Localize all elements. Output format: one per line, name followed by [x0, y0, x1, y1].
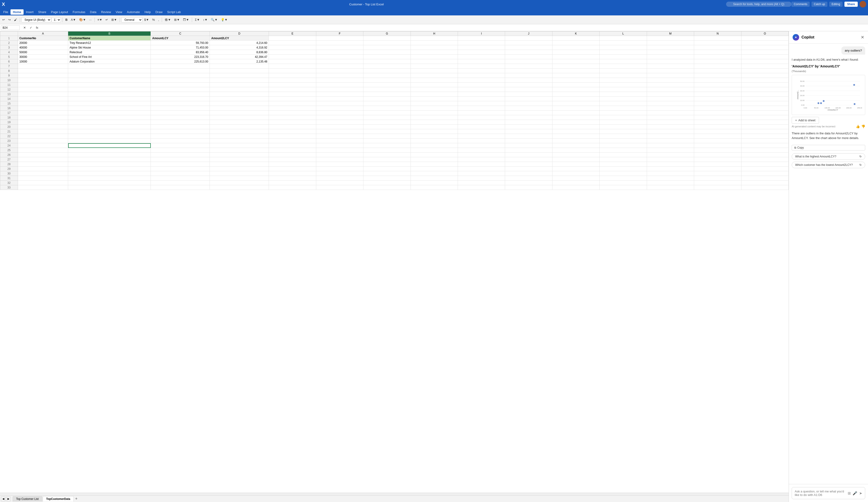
- empty-cell[interactable]: [552, 129, 599, 134]
- empty-cell[interactable]: [647, 96, 694, 101]
- empty-cell[interactable]: [210, 106, 269, 111]
- empty-cell[interactable]: [151, 125, 210, 129]
- empty-cell[interactable]: [647, 171, 694, 176]
- empty-cell[interactable]: [458, 129, 505, 134]
- empty-cell[interactable]: [552, 180, 599, 185]
- cell-empty[interactable]: [458, 36, 505, 41]
- empty-cell[interactable]: [552, 125, 599, 129]
- cell-empty[interactable]: [600, 50, 647, 55]
- empty-cell[interactable]: [68, 78, 151, 83]
- empty-cell[interactable]: [18, 153, 68, 157]
- empty-cell[interactable]: [151, 138, 210, 143]
- sort-button[interactable]: ↕▼: [202, 17, 209, 22]
- cell-empty[interactable]: [741, 45, 789, 50]
- sheet-nav-prev2[interactable]: ▶: [6, 496, 11, 501]
- empty-cell[interactable]: [458, 148, 505, 153]
- empty-cell[interactable]: [552, 64, 599, 69]
- empty-cell[interactable]: [741, 96, 789, 101]
- empty-cell[interactable]: [151, 157, 210, 162]
- empty-cell[interactable]: [210, 92, 269, 96]
- empty-cell[interactable]: [210, 96, 269, 101]
- cell-empty[interactable]: [647, 45, 694, 50]
- empty-cell[interactable]: [151, 148, 210, 153]
- cell-c5[interactable]: 223,316.70: [151, 55, 210, 59]
- cell-empty[interactable]: [458, 41, 505, 45]
- empty-cell[interactable]: [741, 92, 789, 96]
- empty-cell[interactable]: [316, 69, 363, 73]
- comments-button[interactable]: Comments: [792, 2, 810, 7]
- empty-cell[interactable]: [741, 138, 789, 143]
- empty-cell[interactable]: [552, 73, 599, 78]
- empty-cell[interactable]: [18, 129, 68, 134]
- empty-cell[interactable]: [151, 78, 210, 83]
- empty-cell[interactable]: [600, 106, 647, 111]
- cell-empty[interactable]: [694, 41, 741, 45]
- empty-cell[interactable]: [458, 138, 505, 143]
- empty-cell[interactable]: [694, 69, 741, 73]
- cell-empty[interactable]: [316, 59, 363, 64]
- empty-cell[interactable]: [363, 143, 411, 148]
- catch-up-button[interactable]: Catch up: [812, 2, 827, 7]
- empty-cell[interactable]: [694, 111, 741, 115]
- cell-empty[interactable]: [552, 45, 599, 50]
- menu-page-layout[interactable]: Page Layout: [49, 9, 70, 15]
- empty-cell[interactable]: [552, 120, 599, 125]
- empty-cell[interactable]: [600, 83, 647, 87]
- empty-cell[interactable]: [458, 176, 505, 180]
- empty-cell[interactable]: [68, 64, 151, 69]
- formula-input[interactable]: [41, 25, 867, 30]
- empty-cell[interactable]: [552, 87, 599, 92]
- empty-cell[interactable]: [694, 78, 741, 83]
- col-header-b[interactable]: B: [68, 31, 151, 36]
- empty-cell[interactable]: [269, 92, 316, 96]
- empty-cell[interactable]: [552, 101, 599, 106]
- cell-c1[interactable]: AmountLCY: [151, 36, 210, 41]
- empty-cell[interactable]: [210, 153, 269, 157]
- add-to-sheet-button[interactable]: + Add to sheet: [792, 117, 819, 124]
- more-button[interactable]: ···: [88, 17, 93, 22]
- empty-cell[interactable]: [647, 129, 694, 134]
- empty-cell[interactable]: [458, 64, 505, 69]
- empty-cell[interactable]: [505, 83, 552, 87]
- empty-cell[interactable]: [600, 134, 647, 138]
- empty-cell[interactable]: [151, 83, 210, 87]
- empty-cell[interactable]: [552, 167, 599, 171]
- empty-cell[interactable]: [741, 87, 789, 92]
- cell-empty[interactable]: [741, 50, 789, 55]
- col-header-k[interactable]: K: [552, 31, 599, 36]
- empty-cell[interactable]: [600, 171, 647, 176]
- empty-cell[interactable]: [411, 92, 458, 96]
- empty-cell[interactable]: [505, 171, 552, 176]
- cell-empty[interactable]: [269, 55, 316, 59]
- empty-cell[interactable]: [411, 87, 458, 92]
- share-button[interactable]: Share: [845, 2, 858, 7]
- find-button[interactable]: 🔍▼: [209, 17, 219, 22]
- avatar[interactable]: [860, 1, 866, 8]
- menu-automate[interactable]: Automate: [125, 9, 142, 15]
- empty-cell[interactable]: [151, 64, 210, 69]
- empty-cell[interactable]: [600, 87, 647, 92]
- empty-cell[interactable]: [411, 101, 458, 106]
- empty-cell[interactable]: [647, 157, 694, 162]
- empty-cell[interactable]: [600, 185, 647, 190]
- empty-cell[interactable]: [316, 106, 363, 111]
- empty-cell[interactable]: [151, 129, 210, 134]
- empty-cell[interactable]: [210, 148, 269, 153]
- col-header-o[interactable]: O: [741, 31, 789, 36]
- empty-cell[interactable]: [210, 69, 269, 73]
- cell-b1[interactable]: CustomerName: [68, 36, 151, 41]
- empty-cell[interactable]: [210, 125, 269, 129]
- empty-cell[interactable]: [210, 134, 269, 138]
- empty-cell[interactable]: [316, 111, 363, 115]
- col-header-n[interactable]: N: [694, 31, 741, 36]
- empty-cell[interactable]: [505, 143, 552, 148]
- empty-cell[interactable]: [210, 120, 269, 125]
- empty-cell[interactable]: [316, 138, 363, 143]
- empty-cell[interactable]: [316, 129, 363, 134]
- empty-cell[interactable]: [741, 129, 789, 134]
- empty-cell[interactable]: [363, 120, 411, 125]
- empty-cell[interactable]: [151, 69, 210, 73]
- empty-cell[interactable]: [552, 171, 599, 176]
- empty-cell[interactable]: [269, 73, 316, 78]
- col-header-j[interactable]: J: [505, 31, 552, 36]
